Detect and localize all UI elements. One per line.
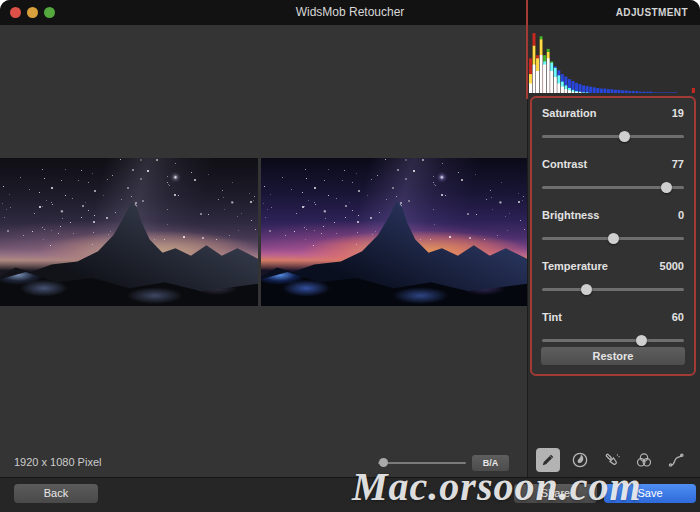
tab-portrait[interactable] [568,448,592,472]
share-button[interactable]: Share [514,484,597,503]
annotation-red-box: Saturation 19 Contrast 77 Brightness 0 T… [530,96,696,376]
histogram [529,30,699,93]
slider-label: Brightness [542,209,599,224]
slider-value: 77 [672,158,684,173]
slider-track[interactable] [542,335,684,346]
slider-track[interactable] [542,131,684,142]
window-title: WidsMob Retoucher [0,0,700,25]
adjustment-row-brightness: Brightness 0 [532,204,694,255]
portrait-icon [570,450,590,470]
slider-label: Temperature [542,260,608,275]
slider-value: 0 [678,209,684,224]
adjustment-row-saturation: Saturation 19 [532,102,694,153]
tab-adjust[interactable] [536,448,560,472]
adjustment-panel: Saturation 19 Contrast 77 Brightness 0 T… [527,25,700,477]
bottom-bar: Back Share Save [0,477,700,512]
photo-before [0,158,258,306]
pencil-icon [539,451,557,469]
photo-after [261,158,527,306]
resolution-label: 1920 x 1080 Pixel [14,456,101,468]
slider-label: Tint [542,311,562,326]
tool-switcher [536,447,688,473]
slider-thumb[interactable] [619,131,630,142]
zoom-slider-thumb[interactable] [379,458,388,467]
color-circles-icon [634,450,654,470]
slider-track[interactable] [542,233,684,244]
slider-thumb[interactable] [608,233,619,244]
annotation-red-line [526,0,528,99]
slider-label: Contrast [542,158,587,173]
slider-thumb[interactable] [636,335,647,346]
slider-thumb[interactable] [661,182,672,193]
slider-value: 5000 [660,260,684,275]
adjustment-row-temperature: Temperature 5000 [532,255,694,306]
slider-track[interactable] [542,182,684,193]
back-button[interactable]: Back [14,484,98,503]
titlebar: WidsMob Retoucher ADJUSTMENT [0,0,700,25]
before-after-toggle-button[interactable]: B/A [472,455,509,471]
restore-button[interactable]: Restore [541,347,685,365]
photo-viewer: 1920 x 1080 Pixel B/A [0,25,527,477]
slider-track[interactable] [542,284,684,295]
adjustment-row-contrast: Contrast 77 [532,153,694,204]
brush-icon [602,450,622,470]
slider-value: 60 [672,311,684,326]
app-window: WidsMob Retoucher ADJUSTMENT 1920 x 1080… [0,0,700,512]
mode-label: ADJUSTMENT [616,0,688,25]
slider-thumb[interactable] [581,284,592,295]
curve-icon [666,450,686,470]
slider-label: Saturation [542,107,596,122]
tab-denoise[interactable] [600,448,624,472]
zoom-slider-track[interactable] [378,462,466,464]
slider-value: 19 [672,107,684,122]
save-button[interactable]: Save [604,484,696,503]
zoom-slider[interactable] [378,455,466,471]
tab-lomo[interactable] [664,448,688,472]
tab-filter[interactable] [632,448,656,472]
